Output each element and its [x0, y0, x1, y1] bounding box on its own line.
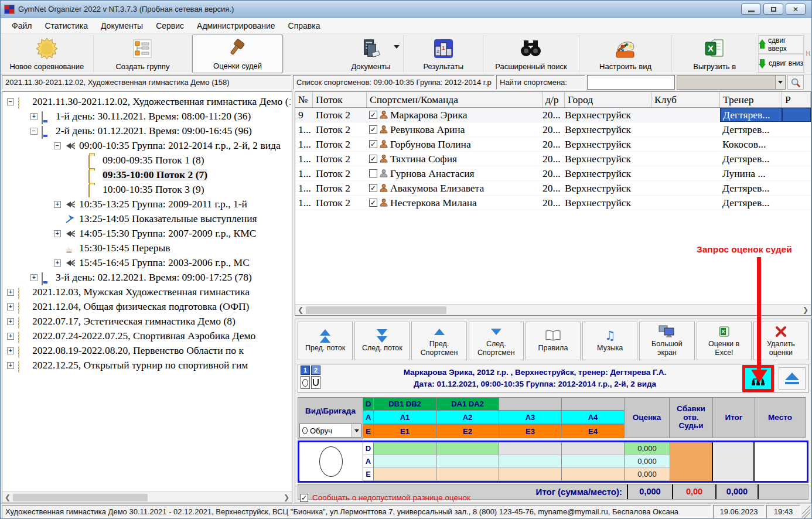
athlete-checkbox[interactable]: ✓: [369, 184, 377, 192]
athlete-checkbox[interactable]: ✓: [369, 111, 377, 119]
results-button[interactable]: 12 Результаты: [404, 35, 483, 73]
collapse-expander[interactable]: −: [54, 142, 61, 149]
music-button[interactable]: ♫ Музыка: [582, 322, 637, 360]
e-score-cell[interactable]: [436, 468, 499, 481]
col-dob[interactable]: д/р: [543, 92, 565, 107]
restore-button[interactable]: [763, 4, 783, 15]
expand-expander[interactable]: +: [7, 289, 14, 296]
expand-expander[interactable]: +: [54, 230, 61, 237]
collapse-expander[interactable]: −: [7, 98, 14, 105]
create-group-button[interactable]: Создать группу: [94, 35, 192, 73]
deduction-cell[interactable]: [670, 442, 713, 481]
find-athlete-input[interactable]: [587, 75, 675, 90]
scroll-right-icon[interactable]: ❯: [800, 306, 811, 314]
athlete-row[interactable]: 1... Поток 2 ✓Авакумова Елизавета 20... …: [295, 181, 811, 196]
athlete-row[interactable]: 1... Поток 2 ✓Нестеркова Милана 20... Ве…: [295, 196, 811, 210]
menu-documents[interactable]: Документы: [94, 21, 149, 30]
e-score-cell[interactable]: [499, 468, 562, 481]
athlete-row[interactable]: 1... Поток 2 ✓Ревункова Арина 20... Верх…: [295, 122, 811, 137]
menu-service[interactable]: Сервис: [149, 21, 190, 30]
scroll-left-icon[interactable]: ❮: [295, 306, 306, 314]
prev-athlete-button[interactable]: Пред. Спортсмен: [411, 322, 466, 360]
shift-down-button[interactable]: сдвиг вниз: [758, 54, 804, 73]
tree-item-competition-2022-12-25[interactable]: +2022.12.25, Открытый турнир по спортивн…: [4, 358, 291, 373]
athlete-checkbox[interactable]: ✓: [369, 199, 377, 207]
expand-expander[interactable]: +: [54, 260, 61, 267]
customize-view-button[interactable]: Настроить вид: [579, 35, 672, 73]
e-score-cell[interactable]: [374, 468, 436, 481]
tree-item-competition-2021-12-03[interactable]: +2021.12.03, Мужская Художественная гимн…: [4, 285, 291, 299]
expand-expander[interactable]: +: [7, 333, 14, 340]
documents-button[interactable]: Документы: [284, 35, 404, 73]
scroll-left-icon[interactable]: ❮: [2, 493, 13, 501]
scrollbar-thumb[interactable]: [13, 494, 148, 501]
expand-expander[interactable]: +: [7, 318, 14, 325]
rules-button[interactable]: Правила: [526, 322, 581, 360]
tree-item-competition-demo[interactable]: −2021.11.30-2021.12.02, Художественная г…: [4, 94, 291, 109]
scrollbar-thumb[interactable]: [306, 306, 446, 314]
tree-item-group-2009-2011[interactable]: +10:35-13:25 Группа: 2009-2011 г.р., 1-й: [4, 197, 291, 211]
expand-expander[interactable]: +: [7, 347, 14, 354]
tree-item-stream3[interactable]: 10:00-10:35 Поток 3 (9): [4, 182, 291, 197]
scores-to-excel-button[interactable]: X Оценки в Excel: [697, 322, 752, 360]
tree-item-group-2012-2014[interactable]: −09:00-10:35 Группа: 2012-2014 г.р., 2-й…: [4, 138, 291, 153]
col-rank[interactable]: Р: [782, 92, 811, 107]
warning-checkbox[interactable]: ✓: [300, 494, 308, 502]
resize-grip[interactable]: [802, 505, 810, 518]
athlete-row[interactable]: 1... Поток 2 ✓Горбунова Полина 20... Вер…: [295, 137, 811, 152]
athlete-row[interactable]: 1... Поток 2 Гурнова Анастасия 20... Вер…: [295, 166, 811, 181]
tree-item-stream2-selected[interactable]: 09:35-10:00 Поток 2 (7): [4, 168, 291, 182]
athlete-filter-combobox[interactable]: [677, 75, 786, 90]
athlete-checkbox[interactable]: ✓: [369, 125, 377, 134]
tree-item-group-2003-2006[interactable]: +15:45-16:45 Группа: 2003-2006 г.р., МС: [4, 255, 291, 270]
tree-item-break[interactable]: ☕15:30-15:45 Перерыв: [4, 241, 291, 255]
expand-expander[interactable]: +: [54, 201, 61, 208]
tree-horizontal-scrollbar[interactable]: ❮ ❯: [2, 491, 292, 503]
judge-scores-button[interactable]: Оценки судей: [192, 35, 283, 73]
close-button[interactable]: ✕: [786, 4, 806, 15]
shift-up-button[interactable]: сдвиг вверх: [758, 35, 804, 54]
menu-administration[interactable]: Администрирование: [190, 21, 282, 30]
tree-item-competition-2022-07-17[interactable]: +2022.07.17, Эстетическая гимнастика Дем…: [4, 314, 291, 329]
selected-trainer-cell[interactable]: Дегтярев...: [720, 108, 782, 122]
collapse-expander[interactable]: −: [30, 128, 37, 135]
a-score-cell[interactable]: [374, 455, 436, 468]
athlete-checkbox-unchecked[interactable]: [369, 169, 377, 177]
expand-expander[interactable]: +: [7, 303, 14, 310]
col-stream[interactable]: Поток: [313, 92, 367, 107]
new-competition-button[interactable]: Новое соревнование: [1, 35, 93, 73]
e-score-cell[interactable]: [562, 468, 625, 481]
apparatus-combobox[interactable]: Обруч: [299, 424, 361, 438]
d-score-cell[interactable]: [436, 442, 499, 455]
prev-stream-button[interactable]: Пред. поток: [298, 322, 353, 360]
d-score-cell[interactable]: [374, 442, 436, 455]
search-button[interactable]: [787, 75, 804, 90]
athlete-checkbox[interactable]: ✓: [369, 140, 377, 148]
athlete-row[interactable]: 9 Поток 2 ✓Маркарова Эрика 20... Верхнес…: [295, 108, 811, 122]
col-club[interactable]: Клуб: [651, 92, 720, 107]
next-athlete-button[interactable]: След. Спортсмен: [469, 322, 524, 360]
tree-item-stream1[interactable]: 09:00-09:35 Поток 1 (8): [4, 153, 291, 168]
tree-item-day1[interactable]: +1-й день: 30.11.2021. Время: 08:00-11:2…: [4, 109, 291, 124]
athlete-row[interactable]: 1... Поток 2 ✓Тяхтина София 20... Верхне…: [295, 152, 811, 166]
combo-dropdown-arrow-icon[interactable]: [352, 424, 361, 437]
a-score-cell[interactable]: [436, 455, 499, 468]
expand-expander[interactable]: +: [30, 274, 37, 281]
col-number[interactable]: №: [295, 92, 313, 107]
delete-scores-button[interactable]: Удалить оценки: [753, 322, 808, 360]
tree-item-day3[interactable]: +3-й день: 02.12.2021. Время: 09:00-17:2…: [4, 270, 291, 285]
tree-item-competition-2022-07-24[interactable]: +2022.07.24-2022.07.25, Спортивная Аэроб…: [4, 329, 291, 343]
tree-item-competition-2022-08-19[interactable]: +2022.08.19-2022.08.20, Первенство Облас…: [4, 343, 291, 358]
minimize-button[interactable]: [741, 4, 761, 15]
col-city[interactable]: Город: [565, 92, 651, 107]
athlete-checkbox[interactable]: ✓: [369, 155, 377, 163]
expand-expander[interactable]: +: [7, 362, 14, 369]
apparatus-tab-2[interactable]: 2: [311, 366, 320, 375]
tree-item-exhibition[interactable]: 13:25-14:05 Показательные выступления: [4, 211, 291, 226]
tree-item-competition-2021-12-04[interactable]: +2021.12.04, Общая физическая подготовка…: [4, 299, 291, 314]
menu-help[interactable]: Справка: [282, 21, 327, 30]
col-athlete[interactable]: Спортсмен/Команда: [367, 92, 543, 107]
tree-item-group-2007-2009[interactable]: +14:05-15:30 Группа: 2007-2009 г.р., КМС: [4, 226, 291, 241]
documents-dropdown-arrow[interactable]: [394, 45, 400, 49]
tree-item-day2[interactable]: −2-й день: 01.12.2021. Время: 09:00-16:4…: [4, 124, 291, 138]
